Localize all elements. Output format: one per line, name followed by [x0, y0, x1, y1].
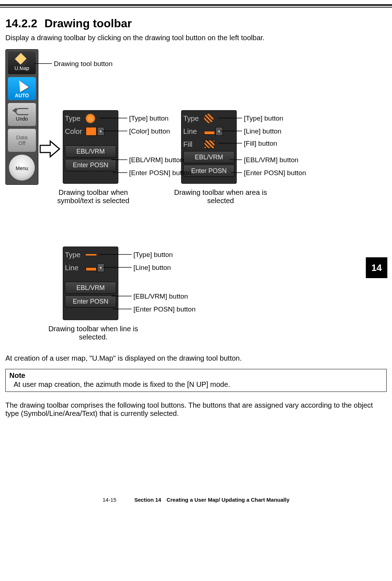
- intro-paragraph: Display a drawing toolbar by clicking on…: [5, 34, 387, 42]
- color-dropdown-icon[interactable]: ▾: [97, 127, 104, 136]
- ebl-vrm-button[interactable]: EBL/VRM: [65, 145, 116, 158]
- type-row[interactable]: Type: [65, 249, 116, 261]
- chapter-tab: 14: [366, 257, 387, 278]
- fill-label: Fill: [183, 140, 204, 149]
- undo-label: Undo: [16, 116, 28, 121]
- ann-eblvrm-1: [EBL/VRM] button: [129, 156, 184, 164]
- caption-line: Drawing toolbar when line is selected.: [47, 325, 140, 341]
- para-after-diagrams: At creation of a user map, "U.Map" is di…: [5, 354, 387, 362]
- ann-type-1: [Type] button: [129, 114, 169, 122]
- type-swatch-icon: [86, 114, 95, 123]
- line-row[interactable]: Line ▾: [183, 125, 235, 137]
- ann-posn-3: [Enter POSN] button: [133, 305, 195, 313]
- note-box: Note At user map creation, the azimuth m…: [5, 369, 387, 392]
- ann-fill: [Fill] button: [244, 140, 277, 147]
- note-body: At user map creation, the azimuth mode i…: [6, 380, 386, 392]
- line-label: Line: [65, 264, 86, 272]
- left-toolbar: U.Map AUTO Undo Data Off Menu: [5, 49, 38, 185]
- color-swatch-icon: [86, 127, 96, 136]
- line-dropdown-icon[interactable]: ▾: [97, 263, 104, 272]
- ann-eblvrm-3: [EBL/VRM] button: [133, 292, 188, 300]
- ann-type-2: [Type] button: [244, 114, 283, 122]
- page-number: 14-15: [103, 497, 116, 503]
- line-row[interactable]: Line ▾: [65, 262, 116, 274]
- undo-button[interactable]: Undo: [8, 103, 36, 126]
- ann-line-3: [Line] button: [133, 264, 171, 272]
- ann-type-3: [Type] button: [133, 251, 173, 259]
- diagram-region: U.Map AUTO Undo Data Off Menu: [5, 49, 382, 343]
- type-swatch-icon: [204, 114, 213, 123]
- arrow-right-icon: [39, 139, 60, 159]
- ann-drawing-tool: Drawing tool button: [54, 60, 113, 68]
- section-title-text: Drawing toolbar: [44, 17, 132, 30]
- fill-swatch-icon: [204, 140, 215, 149]
- umap-button[interactable]: U.Map: [8, 51, 36, 75]
- dataoff-label-2: Off: [18, 140, 25, 146]
- line-label: Line: [183, 127, 204, 136]
- auto-cursor-button[interactable]: AUTO: [8, 77, 36, 100]
- enter-posn-button[interactable]: Enter POSN: [65, 295, 116, 308]
- ann-eblvrm-2: [EBL/VRM] button: [244, 156, 298, 164]
- menu-button[interactable]: Menu: [9, 154, 35, 181]
- enter-posn-button[interactable]: Enter POSN: [65, 159, 116, 171]
- line-swatch-icon: [86, 267, 96, 271]
- fill-row[interactable]: Fill: [183, 138, 235, 150]
- undo-icon: [15, 108, 28, 115]
- dataoff-label-1: Data: [16, 135, 28, 141]
- page-footer: 14-15 Section 14 Creating a User Map/ Up…: [5, 497, 387, 506]
- color-row[interactable]: Color ▾: [65, 125, 116, 137]
- ann-line-2: [Line] button: [244, 127, 282, 135]
- ebl-vrm-button[interactable]: EBL/VRM: [183, 151, 235, 163]
- section-heading: 14.2.2Drawing toolbar: [5, 17, 387, 30]
- type-label: Type: [65, 114, 86, 123]
- footer-section: Section 14 Creating a User Map/ Updating…: [134, 497, 289, 503]
- section-number: 14.2.2: [5, 17, 37, 30]
- panel-symbol-text: Type Color ▾ EBL/VRM Enter POSN: [63, 110, 118, 184]
- cursor-icon: [15, 78, 29, 92]
- note-title: Note: [6, 369, 386, 380]
- menu-label: Menu: [15, 166, 28, 171]
- type-label: Type: [183, 114, 204, 123]
- data-off-button[interactable]: Data Off: [8, 128, 36, 152]
- caption-symbol: Drawing toolbar when symbol/text is sele…: [47, 188, 140, 205]
- auto-label: AUTO: [15, 93, 29, 98]
- color-label: Color: [65, 127, 86, 136]
- type-row[interactable]: Type: [183, 112, 235, 125]
- ann-posn-2: [Enter POSN] button: [244, 169, 306, 177]
- type-swatch-icon: [86, 254, 96, 256]
- caption-area: Drawing toolbar when area is selected: [174, 188, 267, 205]
- line-swatch-icon: [204, 131, 215, 135]
- line-dropdown-icon[interactable]: ▾: [216, 127, 223, 136]
- type-label: Type: [65, 251, 86, 259]
- ebl-vrm-button[interactable]: EBL/VRM: [65, 282, 116, 294]
- ann-color: [Color] button: [129, 127, 170, 135]
- para-final: The drawing toolbar comprises the follow…: [5, 401, 387, 418]
- panel-line: Type Line ▾ EBL/VRM Enter POSN: [63, 247, 118, 320]
- type-row[interactable]: Type: [65, 112, 116, 125]
- ann-posn-1: [Enter POSN] button: [129, 169, 191, 177]
